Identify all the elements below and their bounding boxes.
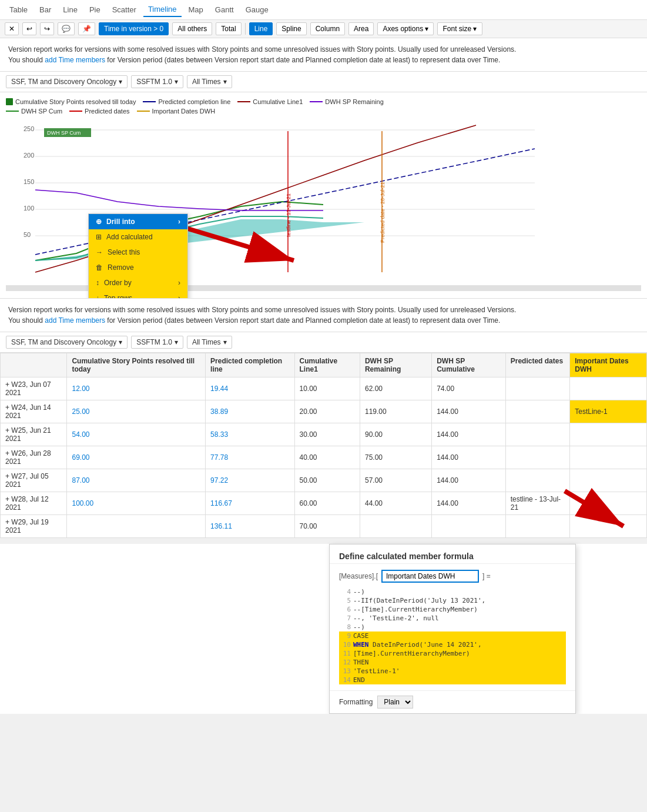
formula-member-input[interactable] [381,570,479,583]
line-button[interactable]: Line [249,22,273,35]
cell-imp-dates-2 [570,423,647,446]
formula-dialog-wrapper: Define calculated member formula [Measur… [0,544,647,714]
nav-pie[interactable]: Pie [85,3,105,16]
filter-ssftm-dropdown[interactable]: SSFTM 1.0 ▾ [131,75,183,88]
table-row: + W25, Jun 21 2021 54.00 58.33 30.00 90.… [1,423,647,446]
cell-week-1: + W24, Jun 14 2021 [1,400,67,423]
formula-formatting-select[interactable]: Plain [377,696,413,709]
column-button[interactable]: Column [310,22,345,35]
table-row: + W28, Jul 12 2021 100.00 116.67 60.00 4… [1,492,647,515]
cell-pred-dates-3 [505,446,569,469]
filter-ssf-label: SSF, TM and Discovery Oncology [11,78,116,86]
cell-dwh-cum-0: 74.00 [432,377,506,400]
cell-imp-dates-1: TestLine-1 [570,400,647,423]
cell-pred-1: 38.89 [206,400,294,423]
cell-cum-sp-3: 69.00 [67,446,206,469]
comment-button[interactable]: 💬 [58,22,75,35]
formula-line-10: 10 WHEN DateInPeriod('June 14 2021', [339,640,566,649]
add-calc-label: Add calculated [106,233,153,241]
order-icon: ↕ [96,279,99,287]
undo-button[interactable]: ↩ [22,22,36,35]
legend-dwh-cum: DWH SP Cum [6,108,62,115]
context-menu: ⊕ Drill into › ⊞ Add calculated → Select… [88,213,188,299]
axes-options-button[interactable]: Axes options ▾ [377,22,434,35]
data-table: Cumulative Story Points resolved till to… [0,353,647,538]
col-week [1,353,67,377]
cell-dwh-rem-3: 75.00 [360,446,431,469]
svg-text:200: 200 [24,152,34,159]
cell-cum-sp-1: 25.00 [67,400,206,423]
remove-icon: 🗑 [96,263,103,272]
formula-line-12: 12 THEN [339,658,566,667]
nav-line[interactable]: Line [58,3,82,16]
legend-cum-sp: Cumulative Story Points resolved till to… [6,98,136,105]
total-button[interactable]: Total [216,22,241,35]
context-menu-header[interactable]: ⊕ Drill into › [89,214,187,229]
cell-pred-4: 97.22 [206,469,294,492]
cell-dwh-rem-2: 90.00 [360,423,431,446]
cell-cum-sp-2: 54.00 [67,423,206,446]
time-version-button[interactable]: Time in version > 0 [99,22,169,35]
filter-times-dropdown-2[interactable]: All Times ▾ [187,336,232,349]
area-button[interactable]: Area [348,22,374,35]
svg-text:250: 250 [24,125,34,132]
context-remove[interactable]: 🗑 Remove [89,260,187,275]
legend-dwh-cum-label: DWH SP Cum [21,108,62,115]
select-label: Select this [108,248,140,256]
nav-bar-item[interactable]: Bar [35,3,56,16]
close-button[interactable]: ✕ [5,22,19,35]
cell-week-4: + W27, Jul 05 2021 [1,469,67,492]
nav-table[interactable]: Table [5,3,32,16]
context-select-this[interactable]: → Select this [89,245,187,260]
filter-times-dropdown[interactable]: All Times ▾ [187,75,232,88]
filter-ssftm-label: SSFTM 1.0 [136,78,172,86]
filter-bar-2: SSF, TM and Discovery Oncology ▾ SSFTM 1… [0,332,647,353]
cell-dwh-rem-4: 57.00 [360,469,431,492]
formula-member-prefix: [Measures].[ [339,572,378,580]
context-top-rows[interactable]: ↓ Top rows › [89,290,187,299]
spline-button[interactable]: Spline [276,22,306,35]
nav-map[interactable]: Map [184,3,208,16]
chart-legend-2: DWH SP Cum Predicted dates Important Dat… [6,108,641,115]
filter-ssf-dropdown[interactable]: SSF, TM and Discovery Oncology ▾ [6,75,128,88]
font-size-button[interactable]: Font size ▾ [437,22,482,35]
formula-line-8: 8 --) [339,623,566,631]
nav-timeline[interactable]: Timeline [143,2,182,17]
table-header-row: Cumulative Story Points resolved till to… [1,353,647,377]
col-cum-sp: Cumulative Story Points resolved till to… [67,353,206,377]
cell-cum-sp-4: 87.00 [67,469,206,492]
cell-pred-dates-4 [505,469,569,492]
table-row: + W27, Jul 05 2021 87.00 97.22 50.00 57.… [1,469,647,492]
formula-formatting-label: Formatting [339,698,373,706]
formula-line-9: 9 CASE [339,631,566,640]
pin-button[interactable]: 📌 [78,22,95,35]
add-time-members-link[interactable]: add Time members [45,56,105,64]
filter-ssf-dropdown-2[interactable]: SSF, TM and Discovery Oncology ▾ [6,336,128,349]
cell-line1-5: 60.00 [294,492,360,515]
col-pred-comp: Predicted completion line [206,353,294,377]
cell-cum-sp-5: 100.00 [67,492,206,515]
cell-imp-dates-4 [570,469,647,492]
formula-line-11: 11 [Time].CurrentHierarchyMember) [339,649,566,658]
filter-ssftm-dropdown-2[interactable]: SSFTM 1.0 ▾ [131,336,183,349]
table-row: + W26, Jun 28 2021 69.00 77.78 40.00 75.… [1,446,647,469]
svg-marker-10 [35,219,364,260]
order-arrow-icon: › [178,279,180,287]
nav-bar: Table Bar Line Pie Scatter Timeline Map … [0,0,647,20]
cell-week-5: + W28, Jul 12 2021 [1,492,67,515]
cell-line1-3: 40.00 [294,446,360,469]
add-time-members-link-2[interactable]: add Time members [45,316,105,325]
formula-member-row: [Measures].[ ] = [339,570,566,583]
formula-line-5: 5 --IIf(DateInPeriod('July 13 2021', [339,596,566,605]
cell-line1-0: 10.00 [294,377,360,400]
cell-line1-2: 30.00 [294,423,360,446]
redo-button[interactable]: ↪ [40,22,54,35]
filter-ssftm-label-2: SSFTM 1.0 [136,338,172,346]
nav-gantt[interactable]: Gantt [210,3,239,16]
all-others-button[interactable]: All others [172,22,212,35]
nav-scatter[interactable]: Scatter [108,3,141,16]
legend-pred-dates-label: Predicted dates [85,108,129,115]
context-add-calculated[interactable]: ⊞ Add calculated [89,229,187,245]
context-order-by[interactable]: ↕ Order by › [89,275,187,290]
nav-gauge[interactable]: Gauge [241,3,273,16]
